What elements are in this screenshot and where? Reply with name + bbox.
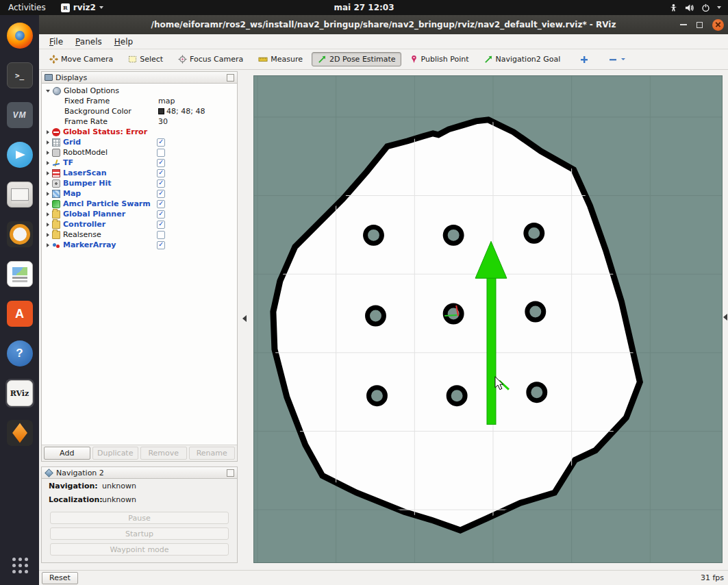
property-value[interactable]: 30 [158,117,168,126]
display-checkbox[interactable] [157,179,165,188]
tree-row-bumper-hit[interactable]: Bumper Hit [42,178,237,188]
panel-collapse-right-icon[interactable] [723,314,727,321]
tool-publish-point[interactable]: Publish Point [404,52,475,66]
displays-tree[interactable]: Global Options Fixed Frame map Backgroun… [42,84,237,445]
menu-help[interactable]: Help [108,36,139,48]
panel-float-button[interactable] [227,74,234,82]
viewport-canvas[interactable] [254,76,722,562]
dock-item-help[interactable]: ? [5,339,34,368]
displays-panel: Displays Global Options Fixed Frame map … [41,71,238,462]
display-checkbox[interactable] [157,210,165,219]
add-tool-button[interactable] [576,53,592,66]
tree-row-controller[interactable]: Controller [42,219,237,229]
expand-icon[interactable] [47,151,49,155]
tree-row-markerarray[interactable]: MarkerArray [42,240,237,250]
collapse-icon[interactable] [46,90,50,92]
panel-float-button[interactable] [227,469,234,477]
remove-tool-button[interactable] [605,53,629,66]
dock-item-vmware[interactable]: VM [5,101,34,129]
expand-icon[interactable] [47,161,49,165]
close-button[interactable] [712,19,724,31]
tree-row-laserscan[interactable]: LaserScan [42,168,237,178]
tree-row-global-planner[interactable]: Global Planner [42,209,237,219]
add-button[interactable]: Add [44,447,90,460]
tf-icon [52,159,60,167]
dock-item-media-player[interactable] [5,220,34,249]
window-titlebar[interactable]: /home/eiforamr/ros2_ws/install/nav2_brin… [39,15,728,34]
clock[interactable]: mai 27 12:03 [334,3,394,12]
display-checkbox[interactable] [157,231,165,239]
rviz-app-icon: R [61,3,70,12]
expand-icon[interactable] [47,171,49,175]
expand-icon[interactable] [47,182,49,186]
tree-row-tf[interactable]: TF [42,158,237,168]
tree-row-robotmodel[interactable]: RobotModel [42,147,237,158]
rename-button[interactable]: Rename [189,447,236,460]
reset-button[interactable]: Reset [42,572,78,584]
tree-row-background-color[interactable]: Background Color 48; 48; 48 [42,106,237,116]
waypoint-mode-button[interactable]: Waypoint mode [50,543,229,556]
navigation2-panel-header[interactable]: Navigation 2 [42,467,237,479]
tree-label: Amcl Particle Swarm [63,199,151,208]
maximize-button[interactable] [696,22,703,28]
expand-icon[interactable] [47,130,49,134]
expand-icon[interactable] [47,223,49,227]
expand-icon[interactable] [47,192,49,196]
expand-icon[interactable] [47,233,49,237]
displays-panel-header[interactable]: Displays [42,72,237,84]
navigation2-panel-title: Navigation 2 [56,469,104,477]
app-menu[interactable]: R rviz2 [54,0,110,15]
expand-icon[interactable] [47,202,49,206]
menu-file[interactable]: File [43,36,69,48]
render-view[interactable] [253,75,723,563]
pause-button[interactable]: Pause [50,512,229,524]
display-checkbox[interactable] [157,149,165,157]
display-checkbox[interactable] [157,159,165,167]
display-checkbox[interactable] [157,190,165,198]
dock-item-rviz[interactable]: RViz [5,379,34,408]
dock-item-files[interactable] [5,180,34,209]
remove-button[interactable]: Remove [140,447,187,460]
dock-item-messenger[interactable] [5,140,34,169]
activities-button[interactable]: Activities [0,0,54,15]
terminal-icon: >_ [7,62,33,88]
tree-row-global-status[interactable]: Global Status: Error [42,127,237,137]
system-tray[interactable] [669,0,728,15]
dock-item-document-viewer[interactable] [5,260,34,288]
property-value[interactable]: map [158,97,175,105]
panel-collapse-left-icon[interactable] [242,315,247,322]
tool-navigation2-goal[interactable]: Navigation2 Goal [478,52,567,66]
display-checkbox[interactable] [157,241,165,249]
tool-measure[interactable]: Measure [252,52,309,66]
dock-item-software-store[interactable]: A [5,299,34,328]
expand-icon[interactable] [47,140,49,145]
minimize-button[interactable] [680,24,687,25]
chevron-down-icon [99,6,103,9]
tree-row-amcl-particle-swarm[interactable]: Amcl Particle Swarm [42,199,237,209]
expand-icon[interactable] [47,243,49,247]
tree-row-map[interactable]: Map [42,188,237,199]
dock-item-firefox[interactable] [5,21,34,50]
property-value[interactable]: 48; 48; 48 [158,107,205,116]
tool-move-camera[interactable]: Move Camera [43,52,119,66]
tool-focus-camera[interactable]: Focus Camera [172,52,249,66]
display-checkbox[interactable] [157,138,165,147]
expand-icon[interactable] [47,212,49,216]
tree-row-global-options[interactable]: Global Options [42,86,237,96]
tool-2d-pose-estimate[interactable]: 2D Pose Estimate [312,52,402,66]
display-checkbox[interactable] [157,221,165,229]
tree-row-grid[interactable]: Grid [42,137,237,147]
tool-select[interactable]: Select [122,52,169,66]
dock-item-terminal[interactable]: >_ [5,61,34,90]
dock-item-builder[interactable] [5,419,34,447]
tree-row-fixed-frame[interactable]: Fixed Frame map [42,96,237,106]
menu-panels[interactable]: Panels [69,36,108,48]
pose-estimate-arrow-icon [318,55,327,64]
tree-row-frame-rate[interactable]: Frame Rate 30 [42,116,237,127]
display-checkbox[interactable] [157,200,165,208]
display-checkbox[interactable] [157,169,165,177]
tree-row-realsense[interactable]: Realsense [42,229,237,240]
startup-button[interactable]: Startup [50,527,229,540]
show-applications-button[interactable] [5,551,34,580]
duplicate-button[interactable]: Duplicate [92,447,139,460]
